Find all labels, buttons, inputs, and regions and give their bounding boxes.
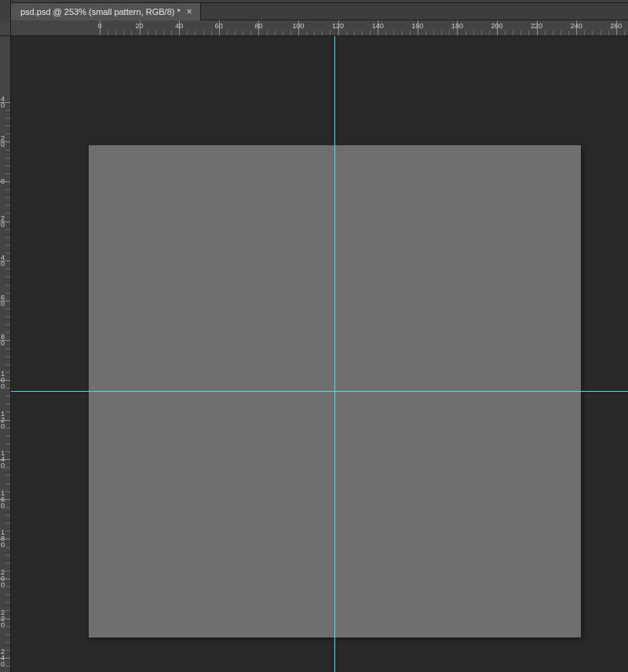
- close-icon[interactable]: ×: [187, 7, 192, 16]
- ruler-h-minor-tick: [362, 31, 363, 35]
- ruler-h-minor-tick: [410, 31, 411, 35]
- ruler-h-label: 40: [175, 22, 183, 30]
- ruler-h-minor-tick: [290, 31, 291, 35]
- ruler-v-minor-tick: [5, 594, 10, 595]
- ruler-v-label: 4 0: [1, 254, 9, 267]
- ruler-v-label: 8 0: [1, 334, 9, 346]
- ruler-v-minor-tick: [5, 349, 10, 349]
- ruler-h-minor-tick: [393, 31, 394, 35]
- ruler-v-minor-tick: [5, 316, 10, 317]
- ruler-h-minor-tick: [330, 31, 330, 35]
- ruler-h-minor-tick: [203, 31, 204, 35]
- ruler-v-label: 1 6 0: [1, 490, 9, 509]
- ruler-h-minor-tick: [608, 31, 609, 35]
- ruler-v-minor-tick: [5, 213, 10, 214]
- ruler-v-label: 2 2 0: [1, 609, 9, 628]
- ruler-h-label: 260: [610, 22, 622, 30]
- ruler-h-minor-tick: [115, 31, 116, 35]
- guide-vertical[interactable]: [334, 36, 335, 672]
- ruler-v-minor-tick: [5, 293, 10, 294]
- ruler-h-minor-tick: [354, 31, 355, 35]
- ruler-v-minor-tick: [5, 666, 10, 667]
- document-tab[interactable]: psd.psd @ 253% (small pattern, RGB/8) * …: [11, 3, 201, 20]
- ruler-v-minor-tick: [5, 547, 10, 548]
- ruler-h-label: 80: [254, 22, 262, 30]
- ruler-h-minor-tick: [163, 31, 164, 35]
- ruler-h-minor-tick: [123, 31, 124, 35]
- ruler-h-minor-tick: [441, 31, 442, 35]
- ruler-h-minor-tick: [560, 31, 561, 35]
- ruler-h-minor-tick: [275, 31, 276, 35]
- ruler-v-minor-tick: [5, 237, 10, 238]
- ruler-v-minor-tick: [5, 586, 10, 587]
- ruler-h-minor-tick: [187, 31, 188, 35]
- document-tab-title: psd.psd @ 253% (small pattern, RGB/8) *: [20, 7, 181, 16]
- ruler-v-minor-tick: [5, 150, 10, 151]
- ruler-v-minor-tick: [5, 332, 10, 333]
- ruler-h-minor-tick: [385, 31, 386, 35]
- ruler-horizontal[interactable]: 020406080100120140160180200220240260: [11, 20, 628, 36]
- ruler-v-minor-tick: [5, 309, 10, 309]
- ruler-v-minor-tick: [5, 285, 10, 286]
- ruler-v-minor-tick: [5, 563, 10, 564]
- ruler-h-minor-tick: [481, 31, 482, 35]
- ruler-h-minor-tick: [314, 31, 315, 35]
- ruler-h-minor-tick: [473, 31, 474, 35]
- ruler-v-label: 1 8 0: [1, 529, 9, 548]
- ruler-h-minor-tick: [433, 31, 434, 35]
- ruler-h-label: 120: [332, 22, 344, 30]
- ruler-h-minor-tick: [592, 31, 593, 35]
- canvas-area[interactable]: [11, 36, 628, 672]
- ruler-v-minor-tick: [5, 276, 10, 277]
- ruler-v-minor-tick: [5, 555, 10, 556]
- ruler-v-label: 1 2 0: [1, 411, 9, 429]
- ruler-v-minor-tick: [5, 404, 10, 404]
- ruler-v-minor-tick: [5, 444, 10, 444]
- ruler-h-minor-tick: [528, 31, 529, 35]
- ruler-v-minor-tick: [5, 507, 10, 508]
- ruler-v-minor-tick: [5, 642, 10, 643]
- ruler-h-minor-tick: [489, 31, 490, 35]
- ruler-h-minor-tick: [601, 31, 601, 35]
- ruler-h-minor-tick: [584, 31, 585, 35]
- ruler-h-minor-tick: [449, 31, 450, 35]
- ruler-h-label: 200: [491, 22, 502, 30]
- ruler-v-minor-tick: [5, 166, 10, 166]
- ruler-h-label: 240: [571, 22, 582, 30]
- ruler-v-label: 6 0: [1, 294, 9, 307]
- ruler-h-label: 60: [215, 22, 223, 30]
- ruler-v-minor-tick: [5, 515, 10, 516]
- ruler-v-minor-tick: [5, 602, 10, 603]
- ruler-h-minor-tick: [108, 31, 108, 35]
- ruler-v-minor-tick: [5, 245, 10, 246]
- ruler-h-label: 220: [531, 22, 542, 30]
- ruler-v-minor-tick: [5, 484, 10, 484]
- ruler-v-minor-tick: [5, 388, 10, 389]
- ruler-h-minor-tick: [195, 31, 195, 35]
- ruler-h-minor-tick: [227, 31, 228, 35]
- ruler-h-label: 140: [372, 22, 384, 30]
- guide-horizontal[interactable]: [11, 391, 628, 392]
- ruler-h-label: 180: [451, 22, 463, 30]
- ruler-v-minor-tick: [5, 475, 10, 476]
- document-tab-bar: psd.psd @ 253% (small pattern, RGB/8) * …: [11, 3, 628, 20]
- ruler-h-label: 20: [136, 22, 144, 30]
- ruler-v-label: 4 0: [1, 96, 9, 108]
- ruler-v-minor-tick: [5, 173, 10, 174]
- ruler-v-minor-tick: [5, 523, 10, 524]
- ruler-vertical[interactable]: 4 02 002 04 06 08 01 0 01 2 01 4 01 6 01…: [0, 36, 11, 672]
- ruler-h-minor-tick: [131, 31, 132, 35]
- ruler-h-minor-tick: [505, 31, 506, 35]
- ruler-v-minor-tick: [5, 436, 10, 436]
- ruler-v-minor-tick: [5, 396, 10, 396]
- ruler-origin-corner[interactable]: [0, 20, 11, 36]
- ruler-h-minor-tick: [513, 31, 513, 35]
- ruler-v-label: 2 4 0: [1, 648, 9, 667]
- ruler-v-minor-tick: [5, 205, 10, 206]
- ruler-v-minor-tick: [5, 634, 10, 635]
- ruler-h-minor-tick: [568, 31, 569, 35]
- ruler-v-minor-tick: [5, 197, 10, 198]
- ruler-v-minor-tick: [5, 133, 10, 134]
- ruler-v-minor-tick: [5, 428, 10, 429]
- ruler-v-label: 2 0: [1, 215, 9, 228]
